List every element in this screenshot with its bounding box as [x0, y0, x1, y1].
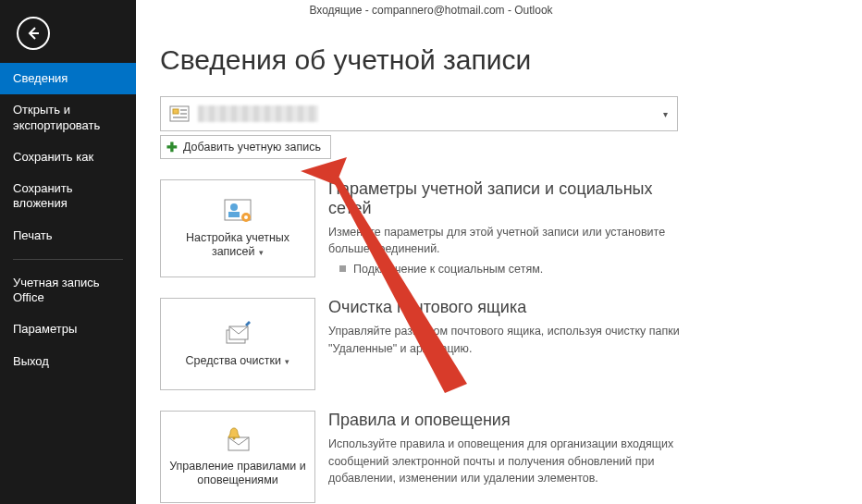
section-description: Используйте правила и оповещения для орг… — [328, 436, 698, 486]
svg-rect-8 — [228, 212, 240, 217]
section-heading: Параметры учетной записи и социальных се… — [328, 179, 698, 218]
section-account-settings: Настройка учетных записей ▾ Параметры уч… — [160, 179, 838, 277]
sidebar-item-info[interactable]: Сведения — [0, 63, 136, 94]
account-dropdown[interactable]: ▾ — [160, 96, 678, 131]
bullet-label: Подключение к социальным сетям. — [353, 261, 543, 277]
section-description: Управляйте размером почтового ящика, исп… — [328, 323, 698, 356]
main-content: Сведения об учетной записи ▾ ✚ Добавить … — [136, 0, 862, 504]
sidebar-item-save-as[interactable]: Сохранить как — [0, 141, 136, 173]
plus-icon: ✚ — [166, 140, 178, 154]
bullet-icon — [339, 265, 346, 272]
chevron-down-icon: ▾ — [663, 109, 668, 119]
page-title: Сведения об учетной записи — [160, 44, 838, 76]
section-heading: Очистка почтового ящика — [328, 298, 698, 317]
svg-point-10 — [244, 215, 248, 219]
sidebar-separator — [13, 259, 123, 260]
sidebar-item-exit[interactable]: Выход — [0, 346, 136, 377]
tile-label: Средства очистки ▾ — [186, 354, 290, 368]
sidebar-item-label: Учетная запись Office — [13, 276, 100, 304]
section-description: Измените параметры для этой учетной запи… — [328, 224, 698, 257]
chevron-down-icon: ▾ — [257, 248, 265, 257]
back-button[interactable] — [17, 17, 50, 50]
sidebar-item-label: Параметры — [13, 322, 77, 336]
svg-rect-2 — [173, 109, 179, 114]
chevron-down-icon: ▾ — [283, 357, 290, 366]
svg-point-7 — [230, 203, 238, 211]
svg-point-14 — [233, 437, 236, 440]
tile-account-settings[interactable]: Настройка учетных записей ▾ — [160, 179, 315, 277]
svg-rect-4 — [180, 113, 187, 115]
tile-label: Настройка учетных записей ▾ — [168, 231, 307, 259]
add-account-button[interactable]: ✚ Добавить учетную запись — [160, 135, 331, 159]
tile-rules-alerts[interactable]: Управление правилами и оповещениями — [160, 411, 315, 503]
sidebar-item-label: Выход — [13, 354, 49, 368]
sidebar-item-options[interactable]: Параметры — [0, 313, 136, 345]
tile-label: Управление правилами и оповещениями — [168, 460, 307, 487]
sidebar-item-label: Сохранить вложения — [13, 181, 73, 210]
backstage-sidebar: Сведения Открыть и экспортировать Сохран… — [0, 0, 136, 504]
add-account-label: Добавить учетную запись — [183, 141, 321, 154]
cleanup-icon — [221, 321, 254, 349]
back-arrow-icon — [25, 25, 42, 42]
account-name-redacted — [198, 105, 318, 122]
svg-rect-5 — [173, 117, 187, 118]
sidebar-item-save-attachments[interactable]: Сохранить вложения — [0, 173, 136, 220]
sidebar-item-label: Сохранить как — [13, 150, 93, 164]
sidebar-item-label: Сведения — [13, 71, 68, 85]
account-settings-icon — [221, 198, 254, 226]
section-rules: Управление правилами и оповещениями Прав… — [160, 411, 838, 503]
social-link-item[interactable]: Подключение к социальным сетям. — [328, 261, 698, 277]
section-heading: Правила и оповещения — [328, 411, 698, 430]
svg-rect-3 — [180, 109, 187, 111]
sidebar-item-office-account[interactable]: Учетная запись Office — [0, 267, 136, 314]
tile-cleanup-tools[interactable]: Средства очистки ▾ — [160, 298, 315, 390]
sidebar-item-label: Открыть и экспортировать — [13, 103, 100, 131]
sidebar-item-label: Печать — [13, 228, 53, 242]
rules-icon — [221, 426, 254, 454]
sidebar-item-open-export[interactable]: Открыть и экспортировать — [0, 94, 136, 141]
section-cleanup: Средства очистки ▾ Очистка почтового ящи… — [160, 298, 838, 390]
sidebar-item-print[interactable]: Печать — [0, 220, 136, 252]
account-icon — [168, 103, 191, 125]
